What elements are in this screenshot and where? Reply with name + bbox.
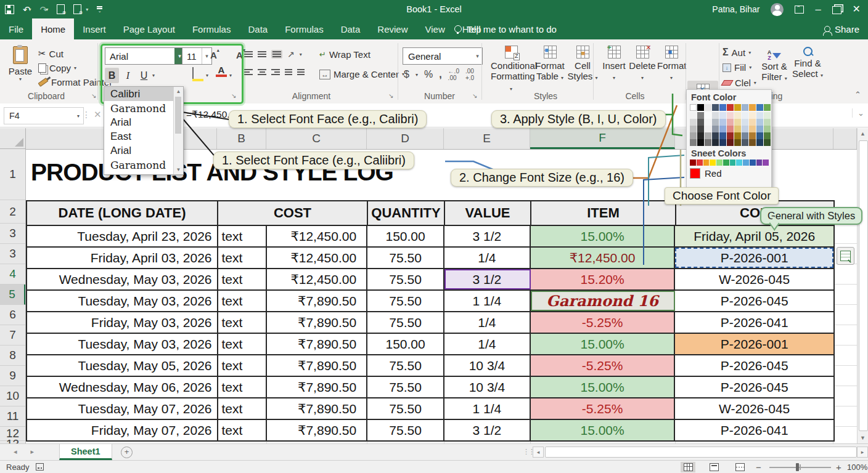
cell-item[interactable]: 15.00%	[531, 334, 676, 354]
theme-color-tint[interactable]	[705, 132, 711, 139]
row-header-10[interactable]: 10	[0, 386, 25, 406]
cell-code[interactable]: P-2026-045	[675, 355, 833, 376]
cell-value[interactable]: 3 1/2	[444, 269, 531, 289]
zoom-level[interactable]: 100%	[847, 463, 867, 472]
page-break-view-button[interactable]	[732, 462, 747, 472]
align-middle-icon[interactable]	[258, 51, 266, 57]
sort-filter-button[interactable]: AZ Sort &Filter ▾	[760, 46, 789, 83]
zoom-slider-thumb[interactable]	[796, 463, 799, 471]
standard-color-swatch[interactable]	[756, 160, 763, 166]
theme-color-tint[interactable]	[705, 126, 711, 132]
cell-date[interactable]: Friday, May 03, 2026	[27, 312, 218, 333]
font-list-item-arial[interactable]: Arial	[104, 115, 183, 129]
standard-color-swatch[interactable]	[743, 160, 749, 166]
alignment-dialog-launcher-icon[interactable]: ↘	[388, 92, 393, 99]
theme-color-tint[interactable]	[712, 139, 719, 146]
zoom-out-icon[interactable]: −	[756, 462, 761, 472]
restore-icon[interactable]	[832, 6, 841, 14]
merge-center-button[interactable]: ↔ Marge & Center ▾	[319, 69, 404, 79]
undo-button[interactable]: ↶▾	[23, 5, 31, 14]
theme-color-swatch[interactable]	[697, 104, 704, 111]
theme-color-tint[interactable]	[749, 119, 756, 126]
cell-quantity[interactable]: 75.50	[367, 398, 444, 419]
orientation-icon[interactable]: ↗	[287, 49, 295, 59]
cell-code[interactable]: W-2026-045	[675, 269, 833, 289]
theme-color-tint[interactable]	[756, 139, 763, 146]
theme-color-tint[interactable]	[727, 126, 734, 132]
scroll-down-icon[interactable]: ▼	[174, 167, 183, 172]
align-top-icon[interactable]	[244, 51, 253, 57]
cell-date[interactable]: Tuesday, May 07, 2026	[27, 398, 218, 419]
cell-quantity[interactable]: 150.00	[367, 334, 444, 354]
row-header-2[interactable]: 2	[0, 200, 25, 224]
cell-value[interactable]: 1 1/4	[444, 291, 531, 311]
cell-text[interactable]: text	[218, 312, 268, 333]
sheet-tab[interactable]: Sheet1	[59, 444, 112, 460]
theme-color-tint[interactable]	[764, 139, 771, 146]
theme-color-tint[interactable]	[712, 112, 719, 119]
standard-color-swatch[interactable]	[716, 160, 723, 166]
align-right-icon[interactable]	[271, 69, 280, 75]
theme-color-tint[interactable]	[756, 132, 763, 139]
cell-cost[interactable]: ₹7,890.50	[267, 398, 367, 419]
column-header-C[interactable]: C	[266, 128, 367, 149]
theme-color-swatch[interactable]	[742, 104, 748, 111]
standard-color-swatch[interactable]	[723, 160, 729, 166]
font-list-item-garamond[interactable]: Garamond	[104, 158, 183, 172]
delete-cells-button[interactable]: ✕ Delete▾	[629, 46, 656, 82]
theme-color-tint[interactable]	[734, 126, 741, 132]
cell-quantity[interactable]: 75.50	[367, 248, 444, 268]
macro-record-icon[interactable]	[36, 463, 44, 471]
row-header-3[interactable]: 3	[0, 244, 25, 264]
theme-color-tint[interactable]	[719, 139, 726, 146]
theme-color-tint[interactable]	[705, 119, 711, 126]
ribbon-tab-formulas[interactable]: Formulas	[184, 18, 240, 39]
cell-value[interactable]: 1/4	[444, 334, 531, 354]
theme-color-tint[interactable]	[719, 112, 726, 119]
number-dialog-launcher-icon[interactable]: ↘	[472, 92, 477, 99]
customize-toolbar-icon[interactable]: ⌄	[97, 6, 102, 12]
ribbon-tab-home[interactable]: Home	[32, 18, 74, 39]
font-dialog-launcher-icon[interactable]: ↘	[231, 92, 236, 99]
theme-color-tint[interactable]	[749, 139, 756, 146]
align-center-icon[interactable]	[258, 69, 266, 75]
cell-code[interactable]: Friday, April 05, 2026	[675, 226, 833, 246]
theme-color-tint[interactable]	[742, 126, 748, 132]
page-layout-view-button[interactable]	[706, 462, 721, 472]
share-button[interactable]: Share	[824, 18, 859, 39]
cell-item[interactable]: ₹12,450.00	[531, 248, 676, 268]
standard-color-swatch[interactable]	[703, 160, 710, 166]
cell-item[interactable]: 15.00%	[531, 377, 676, 397]
decrease-decimal-icon[interactable]: .00+.0	[465, 68, 474, 81]
theme-color-tint[interactable]	[742, 112, 748, 119]
cell-cost[interactable]: ₹7,890.50	[267, 377, 367, 397]
add-sheet-icon[interactable]: +	[121, 447, 133, 458]
cell-text[interactable]: text	[218, 398, 268, 419]
cell-text[interactable]: text	[218, 420, 268, 440]
font-list-item-calibri[interactable]: Calibri	[104, 87, 183, 101]
conditional-formatting-button[interactable]: ConditionalFormatting ▾	[491, 46, 531, 92]
font-list-item-arial[interactable]: Arial	[104, 144, 183, 158]
theme-color-tint[interactable]	[712, 132, 719, 139]
cell-quantity[interactable]: 75.50	[367, 377, 444, 397]
cell-date[interactable]: Friday, April 03, 2026	[27, 248, 218, 268]
theme-color-tint[interactable]	[734, 112, 741, 119]
redo-button[interactable]: ↷▾	[40, 5, 49, 14]
cell-cost[interactable]: ₹7,890.50	[267, 355, 367, 376]
ribbon-display-options-icon[interactable]	[795, 6, 804, 14]
select-all-corner[interactable]	[0, 128, 26, 149]
cell-value[interactable]: 1/4	[444, 248, 531, 268]
cell-quantity[interactable]: 75.50	[367, 269, 444, 289]
theme-color-swatch[interactable]	[712, 104, 719, 111]
clipboard-dialog-launcher-icon[interactable]: ↘	[91, 92, 96, 99]
vertical-scrollbar[interactable]: ▲ ▼	[857, 128, 868, 443]
theme-color-tint[interactable]	[727, 132, 734, 139]
next-sheet-icon[interactable]: ▸	[31, 448, 35, 456]
column-header-B[interactable]: B	[217, 128, 266, 149]
tell-me-box[interactable]: Tell me to whant to do	[454, 18, 557, 39]
standard-color-swatch[interactable]	[750, 160, 756, 166]
collapse-ribbon-icon[interactable]: ⌃	[854, 90, 861, 99]
cell-text[interactable]: text	[218, 355, 268, 376]
theme-color-tint[interactable]	[697, 139, 704, 146]
ribbon-tab-file[interactable]: File	[0, 18, 32, 39]
